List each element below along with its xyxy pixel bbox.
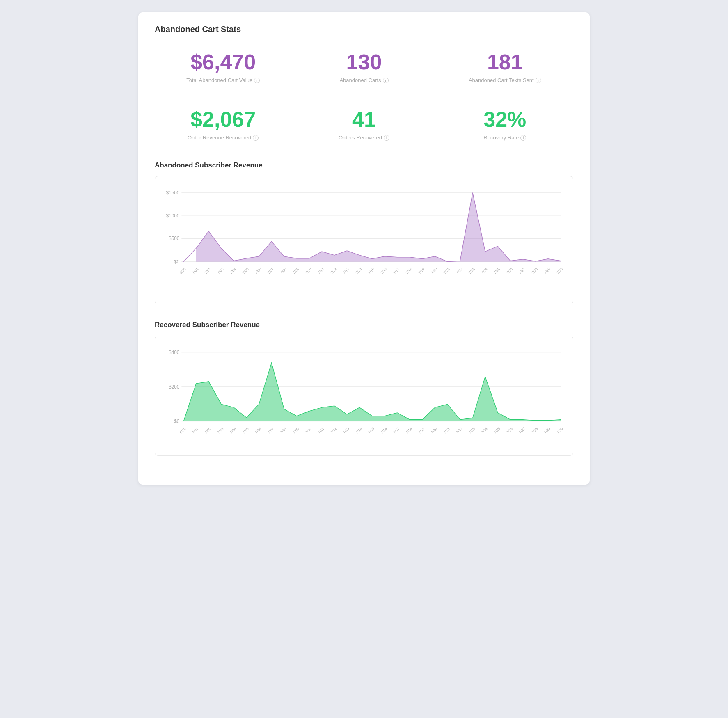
svg-text:7/14: 7/14 [355, 267, 362, 275]
stat-label-order-revenue-recovered: Order Revenue Recovered i [155, 135, 291, 141]
svg-text:7/12: 7/12 [330, 267, 337, 275]
chart-title-recovered-revenue: Recovered Subscriber Revenue [155, 321, 573, 329]
info-icon-abandoned-texts-sent[interactable]: i [536, 78, 541, 83]
chart-container-abandoned-revenue: $1500 $1000 $500 $0 6/30 7/01 7/02 7/03 … [155, 176, 573, 304]
info-icon-orders-recovered[interactable]: i [384, 135, 389, 141]
card-title: Abandoned Cart Stats [155, 25, 573, 34]
stat-orders-recovered: 41 Orders Recovered i [295, 104, 432, 145]
svg-text:$1000: $1000 [166, 213, 179, 219]
svg-text:7/13: 7/13 [342, 427, 350, 434]
svg-text:7/30: 7/30 [556, 427, 563, 434]
svg-text:7/17: 7/17 [392, 267, 400, 275]
svg-text:7/20: 7/20 [430, 267, 438, 275]
svg-text:7/16: 7/16 [380, 267, 388, 275]
svg-text:$500: $500 [169, 236, 180, 242]
svg-text:7/04: 7/04 [229, 427, 237, 434]
svg-text:7/26: 7/26 [506, 267, 513, 275]
stat-value-total-abandoned-value: $6,470 [155, 50, 291, 74]
svg-text:7/28: 7/28 [531, 267, 538, 275]
svg-text:7/28: 7/28 [531, 427, 538, 434]
svg-text:7/29: 7/29 [543, 427, 551, 434]
svg-marker-8 [183, 193, 561, 262]
svg-text:$1500: $1500 [166, 190, 179, 196]
chart-title-abandoned-revenue: Abandoned Subscriber Revenue [155, 161, 573, 169]
svg-text:7/22: 7/22 [455, 427, 463, 434]
svg-text:7/02: 7/02 [204, 267, 212, 275]
svg-text:7/22: 7/22 [455, 267, 463, 275]
svg-text:7/29: 7/29 [543, 267, 551, 275]
svg-text:7/15: 7/15 [367, 267, 375, 275]
svg-text:7/04: 7/04 [229, 267, 237, 275]
svg-text:7/10: 7/10 [304, 427, 312, 434]
stat-label-abandoned-texts-sent: Abandoned Cart Texts Sent i [437, 77, 573, 83]
svg-text:6/30: 6/30 [179, 267, 187, 275]
svg-text:7/16: 7/16 [380, 427, 388, 434]
stats-grid-row2: $2,067 Order Revenue Recovered i 41 Orde… [155, 104, 573, 145]
stat-order-revenue-recovered: $2,067 Order Revenue Recovered i [155, 104, 291, 145]
svg-text:7/25: 7/25 [493, 427, 501, 434]
svg-text:$0: $0 [174, 259, 180, 265]
stat-value-recovery-rate: 32% [437, 108, 573, 131]
stat-label-abandoned-carts: Abandoned Carts i [295, 77, 432, 83]
svg-text:7/11: 7/11 [317, 427, 325, 434]
svg-text:7/01: 7/01 [191, 267, 199, 275]
stat-value-orders-recovered: 41 [295, 108, 432, 131]
svg-text:7/13: 7/13 [342, 267, 350, 275]
svg-text:7/19: 7/19 [417, 427, 425, 434]
svg-text:7/09: 7/09 [292, 427, 300, 434]
svg-text:7/21: 7/21 [443, 427, 451, 434]
svg-text:7/18: 7/18 [405, 427, 413, 434]
svg-text:7/09: 7/09 [292, 267, 300, 275]
svg-text:7/20: 7/20 [430, 427, 438, 434]
stat-value-abandoned-carts: 130 [295, 50, 432, 74]
info-icon-total-abandoned-value[interactable]: i [254, 78, 260, 83]
svg-text:7/17: 7/17 [392, 427, 400, 434]
stat-value-order-revenue-recovered: $2,067 [155, 108, 291, 131]
svg-text:7/11: 7/11 [317, 267, 325, 275]
svg-text:7/08: 7/08 [279, 267, 287, 275]
stats-grid-row1: $6,470 Total Abandoned Cart Value i 130 … [155, 46, 573, 87]
svg-text:7/07: 7/07 [267, 427, 275, 434]
svg-text:7/14: 7/14 [355, 427, 362, 434]
svg-text:$400: $400 [169, 350, 180, 355]
chart-container-recovered-revenue: $400 $200 $0 6/30 7/01 7/02 7/03 7/04 7/… [155, 336, 573, 456]
svg-text:7/05: 7/05 [242, 267, 250, 275]
svg-text:7/15: 7/15 [367, 427, 375, 434]
stat-label-orders-recovered: Orders Recovered i [295, 135, 432, 141]
svg-text:7/19: 7/19 [417, 267, 425, 275]
svg-text:7/27: 7/27 [518, 427, 526, 434]
stat-abandoned-texts-sent: 181 Abandoned Cart Texts Sent i [437, 46, 573, 87]
svg-text:7/30: 7/30 [556, 267, 563, 275]
svg-text:6/30: 6/30 [179, 427, 187, 434]
svg-text:7/26: 7/26 [506, 427, 513, 434]
chart-svg-recovered-revenue: $400 $200 $0 6/30 7/01 7/02 7/03 7/04 7/… [159, 344, 565, 450]
svg-text:7/18: 7/18 [405, 267, 413, 275]
svg-text:7/03: 7/03 [216, 427, 224, 434]
svg-text:$200: $200 [169, 384, 180, 390]
svg-text:7/25: 7/25 [493, 267, 501, 275]
svg-text:7/27: 7/27 [518, 267, 526, 275]
svg-text:7/02: 7/02 [204, 427, 212, 434]
svg-text:7/21: 7/21 [443, 267, 451, 275]
stat-total-abandoned-value: $6,470 Total Abandoned Cart Value i [155, 46, 291, 87]
info-icon-order-revenue-recovered[interactable]: i [253, 135, 259, 141]
svg-text:7/05: 7/05 [242, 427, 250, 434]
svg-text:7/23: 7/23 [468, 267, 476, 275]
main-card: Abandoned Cart Stats $6,470 Total Abando… [138, 12, 590, 485]
svg-text:7/06: 7/06 [254, 427, 262, 434]
stat-abandoned-carts: 130 Abandoned Carts i [295, 46, 432, 87]
chart-section-abandoned-revenue: Abandoned Subscriber Revenue $1500 $1000… [155, 161, 573, 304]
stat-label-recovery-rate: Recovery Rate i [437, 135, 573, 141]
svg-text:7/24: 7/24 [481, 267, 488, 275]
stat-value-abandoned-texts-sent: 181 [437, 50, 573, 74]
svg-text:7/08: 7/08 [279, 427, 287, 434]
svg-text:$0: $0 [174, 418, 180, 424]
svg-text:7/10: 7/10 [304, 267, 312, 275]
svg-text:7/07: 7/07 [267, 267, 275, 275]
stat-label-total-abandoned-value: Total Abandoned Cart Value i [155, 77, 291, 83]
svg-text:7/06: 7/06 [254, 267, 262, 275]
info-icon-abandoned-carts[interactable]: i [383, 78, 389, 83]
chart-svg-abandoned-revenue: $1500 $1000 $500 $0 6/30 7/01 7/02 7/03 … [159, 185, 565, 298]
chart-section-recovered-revenue: Recovered Subscriber Revenue $400 $200 $… [155, 321, 573, 456]
info-icon-recovery-rate[interactable]: i [520, 135, 526, 141]
